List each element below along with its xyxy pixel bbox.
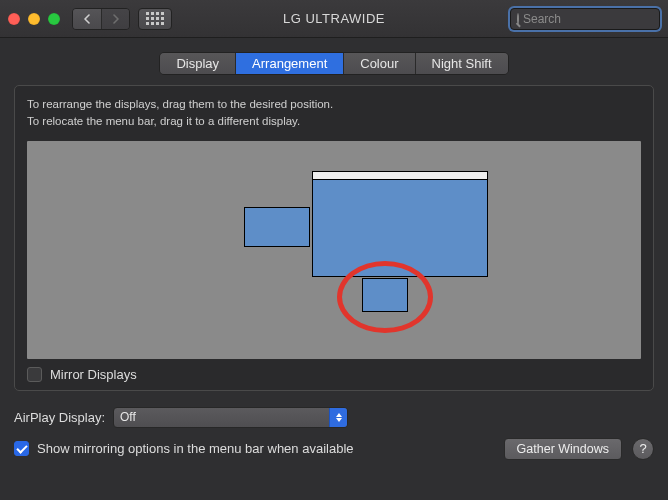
mirror-displays-row: Mirror Displays [27, 367, 641, 382]
chevron-right-icon [111, 14, 120, 24]
instructions-line-1: To rearrange the displays, drag them to … [27, 96, 641, 113]
mirror-displays-label: Mirror Displays [50, 367, 137, 382]
airplay-select[interactable]: Off [113, 407, 348, 428]
arrangement-canvas[interactable] [27, 141, 641, 359]
tab-colour[interactable]: Colour [344, 53, 415, 74]
display-box-main[interactable] [312, 171, 488, 277]
airplay-label: AirPlay Display: [14, 410, 105, 425]
menu-bar-indicator[interactable] [313, 172, 487, 180]
grid-icon [146, 12, 164, 25]
close-window-button[interactable] [8, 13, 20, 25]
chevron-left-icon [83, 14, 92, 24]
search-icon [517, 13, 519, 25]
select-stepper-icon [329, 408, 347, 427]
arrangement-panel: To rearrange the displays, drag them to … [14, 85, 654, 391]
forward-button[interactable] [101, 9, 129, 29]
content-area: Display Arrangement Colour Night Shift T… [0, 38, 668, 472]
show-mirroring-label: Show mirroring options in the menu bar w… [37, 441, 354, 456]
gather-windows-button[interactable]: Gather Windows [504, 438, 622, 460]
instructions-text: To rearrange the displays, drag them to … [27, 96, 641, 131]
tab-night-shift[interactable]: Night Shift [416, 53, 508, 74]
footer-row: Show mirroring options in the menu bar w… [14, 438, 654, 460]
window-titlebar: LG ULTRAWIDE [0, 0, 668, 38]
display-box-laptop[interactable] [362, 278, 408, 312]
display-box-secondary[interactable] [244, 207, 310, 247]
mirror-displays-checkbox[interactable] [27, 367, 42, 382]
nav-group [72, 8, 130, 30]
airplay-row: AirPlay Display: Off [14, 407, 654, 428]
zoom-window-button[interactable] [48, 13, 60, 25]
traffic-lights [8, 13, 60, 25]
instructions-line-2: To relocate the menu bar, drag it to a d… [27, 113, 641, 130]
minimize-window-button[interactable] [28, 13, 40, 25]
help-button[interactable]: ? [632, 438, 654, 460]
airplay-value: Off [120, 410, 136, 424]
tab-bar: Display Arrangement Colour Night Shift [159, 52, 508, 75]
tab-arrangement[interactable]: Arrangement [236, 53, 344, 74]
search-input[interactable] [523, 12, 668, 26]
tab-display[interactable]: Display [160, 53, 236, 74]
search-field-wrap[interactable] [510, 8, 660, 30]
show-mirroring-checkbox[interactable] [14, 441, 29, 456]
show-all-button[interactable] [138, 8, 172, 30]
back-button[interactable] [73, 9, 101, 29]
